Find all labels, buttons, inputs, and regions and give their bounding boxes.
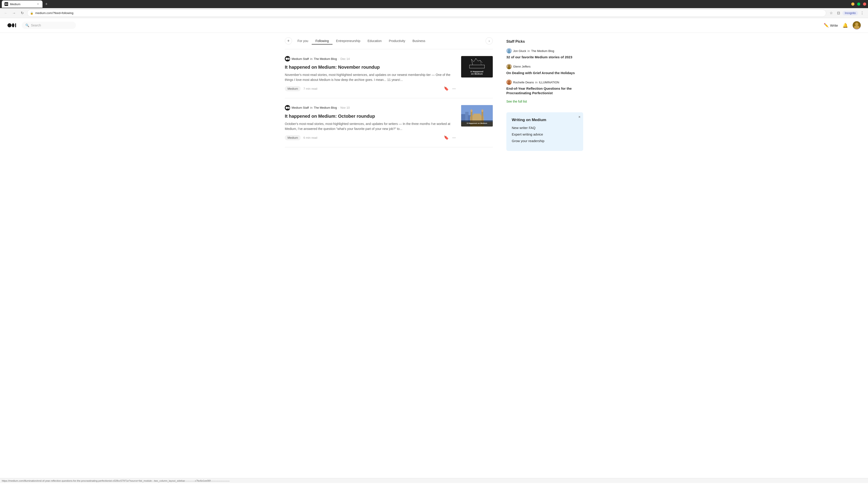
article-author-name[interactable]: Medium Staff <box>291 57 309 61</box>
user-avatar[interactable] <box>852 21 861 29</box>
tab-favicon <box>4 2 8 6</box>
svg-line-17 <box>474 59 476 62</box>
staff-pick-author[interactable]: Rochelle Deans <box>513 80 534 84</box>
svg-point-2 <box>6 3 7 5</box>
article-meta: Medium Staff in The Medium Blog · Nov 10 <box>285 105 456 110</box>
article-excerpt: November's most-read stories, most-highl… <box>285 72 456 83</box>
topic-education[interactable]: Education <box>364 38 385 44</box>
article-author-name[interactable]: Medium Staff <box>291 106 309 109</box>
staff-pick-author[interactable]: Jon Gluck <box>513 49 526 53</box>
staff-pick-avatar <box>506 64 512 69</box>
article-thumbnail[interactable]: It Happened on Medium <box>461 105 493 127</box>
read-time: 6 min read <box>303 136 317 139</box>
chevron-right-icon: › <box>489 39 490 43</box>
thumbnail-image: It Happened on Medium <box>461 105 493 127</box>
staff-picks-title: Staff Picks <box>506 39 583 43</box>
write-icon: ✏️ <box>824 23 829 28</box>
feed-area: + For you Following Entrepreneurship Edu… <box>285 33 506 151</box>
browser-tab[interactable]: Medium × <box>2 0 42 8</box>
topic-productivity[interactable]: Productivity <box>385 38 409 44</box>
article-tag[interactable]: Medium <box>285 86 301 91</box>
browser-nav: ← → ↻ 🔒 medium.com/?feed=following ☆ ⊡ I… <box>0 8 868 18</box>
article-footer: Medium 7 min read 🔖 ··· <box>285 86 456 91</box>
staff-pick-title[interactable]: 32 of our favorite Medium stories of 202… <box>506 55 583 59</box>
lock-icon: 🔒 <box>30 11 33 15</box>
more-options-article-button[interactable]: ··· <box>452 135 456 140</box>
medium-logo[interactable] <box>7 21 16 30</box>
expert-writing-advice-link[interactable]: Expert writing advice <box>512 132 578 136</box>
staff-pick-pub[interactable]: The Medium Blog <box>531 49 554 53</box>
article-footer: Medium 6 min read 🔖 ··· <box>285 135 456 140</box>
staff-pick-title[interactable]: End-of-Year Reflection Questions for the… <box>506 86 583 95</box>
writing-card-close-button[interactable]: × <box>579 115 581 119</box>
status-url: https://medium.com/illumination/end-of-y… <box>2 480 230 482</box>
incognito-badge: Incognito <box>842 11 858 15</box>
window-controls <box>851 2 866 6</box>
tab-close-button[interactable]: × <box>36 2 40 6</box>
header-right: ✏️ Write 🔔 <box>824 21 861 29</box>
svg-rect-34 <box>473 113 480 117</box>
svg-point-43 <box>508 49 510 51</box>
article-publication[interactable]: The Medium Blog <box>314 57 337 61</box>
article-thumbnail[interactable]: It Happenedon Medium <box>461 56 493 77</box>
browser-status-bar: https://medium.com/illumination/end-of-y… <box>0 478 868 483</box>
more-options-article-button[interactable]: ··· <box>452 86 456 91</box>
article-card: Medium Staff in The Medium Blog · Dec 14… <box>285 49 493 98</box>
svg-line-19 <box>478 60 480 61</box>
topic-following[interactable]: Following <box>312 38 332 44</box>
add-topic-button[interactable]: + <box>285 37 292 44</box>
search-bar[interactable]: 🔍 Search <box>22 22 76 29</box>
article-publication[interactable]: The Medium Blog <box>314 106 337 109</box>
topic-nav-arrow[interactable]: › <box>486 37 493 44</box>
notifications-button[interactable]: 🔔 <box>842 23 848 28</box>
topic-for-you[interactable]: For you <box>294 38 312 44</box>
staff-pick-title[interactable]: On Dealing with Grief Around the Holiday… <box>506 71 583 75</box>
svg-point-5 <box>12 23 14 27</box>
minimize-button[interactable] <box>851 2 855 6</box>
staff-pick-meta: Jon Gluck in The Medium Blog <box>506 48 583 54</box>
writing-on-medium-card: × Writing on Medium New writer FAQ Exper… <box>506 112 583 151</box>
extensions-button[interactable]: ⊡ <box>835 10 842 16</box>
article-title[interactable]: It happened on Medium: October roundup <box>285 113 456 119</box>
new-writer-faq-link[interactable]: New writer FAQ <box>512 126 578 130</box>
see-full-list-link[interactable]: See the full list <box>506 100 583 103</box>
topic-entrepreneurship[interactable]: Entrepreneurship <box>333 38 364 44</box>
svg-point-11 <box>286 58 288 60</box>
medium-app: 🔍 Search ✏️ Write 🔔 <box>0 18 868 478</box>
staff-pick-avatar <box>506 48 512 54</box>
svg-point-49 <box>508 80 510 83</box>
svg-point-50 <box>507 83 510 85</box>
sidebar: Staff Picks Jon Gluck in Th <box>506 33 583 151</box>
medium-header: 🔍 Search ✏️ Write 🔔 <box>0 18 868 33</box>
article-tag[interactable]: Medium <box>285 135 301 140</box>
grow-readership-link[interactable]: Grow your readership <box>512 139 578 143</box>
article-title[interactable]: It happened on Medium: November roundup <box>285 64 456 70</box>
staff-pick-pub[interactable]: ILLUMINATION <box>539 80 559 84</box>
close-button[interactable] <box>863 2 866 6</box>
staff-pick-author[interactable]: Glenn Jeffers <box>513 65 530 68</box>
browser-tab-bar: Medium × + <box>0 0 868 8</box>
new-tab-button[interactable]: + <box>43 2 50 6</box>
staff-pick-in: in <box>535 80 537 84</box>
article-content: Medium Staff in The Medium Blog · Dec 14… <box>285 56 456 91</box>
staff-pick-meta: Glenn Jeffers <box>506 64 583 69</box>
url-bar[interactable]: 🔒 medium.com/?feed=following <box>27 9 826 17</box>
write-button[interactable]: ✏️ Write <box>824 23 838 28</box>
reload-button[interactable]: ↻ <box>19 10 25 16</box>
staff-pick-item[interactable]: Glenn Jeffers On Dealing with Grief Arou… <box>506 64 583 75</box>
more-options-button[interactable]: ⋮ <box>859 10 865 16</box>
svg-rect-27 <box>289 107 290 109</box>
back-button[interactable]: ← <box>3 10 9 16</box>
bookmark-button[interactable]: 🔖 <box>444 135 449 140</box>
maximize-button[interactable] <box>857 2 860 6</box>
bookmark-star-button[interactable]: ☆ <box>828 10 834 16</box>
topic-business[interactable]: Business <box>409 38 429 44</box>
bookmark-button[interactable]: 🔖 <box>444 86 449 91</box>
url-text: medium.com/?feed=following <box>35 11 823 15</box>
svg-point-26 <box>288 107 289 109</box>
forward-button[interactable]: → <box>11 10 17 16</box>
staff-pick-item[interactable]: Jon Gluck in The Medium Blog 32 of our f… <box>506 48 583 59</box>
svg-point-25 <box>286 107 288 109</box>
staff-pick-item[interactable]: Rochelle Deans in ILLUMINATION End-of-Ye… <box>506 79 583 95</box>
search-icon: 🔍 <box>25 24 29 27</box>
